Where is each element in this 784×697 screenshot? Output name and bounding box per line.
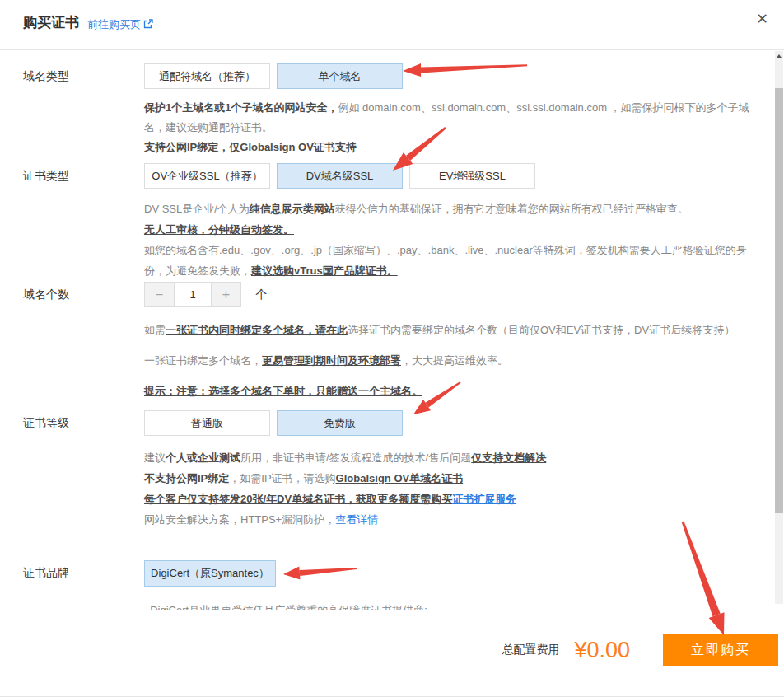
go-to-purchase-page-link[interactable]: 前往购买页 — [87, 17, 153, 32]
domain-count-desc-3: 提示：注意：选择多个域名下单时，只能赠送一个主域名。 — [144, 381, 754, 401]
cert-level-desc-2: 不支持公网IP绑定，如需IP证书，请选购Globalsign OV单域名证书 — [144, 468, 754, 489]
option-brand-digicert[interactable]: DigiCert（原Symantec） — [144, 560, 276, 587]
stepper-unit-label: 个 — [255, 282, 267, 307]
cert-level-desc-4: 网站安全解决方案，HTTPS+漏洞防护，查看详情 — [144, 509, 754, 530]
option-free-edition[interactable]: 免费版 — [277, 410, 403, 436]
domain-count-label: 域名个数 — [23, 282, 144, 401]
domain-count-desc-2: 一张证书绑定多个域名，更易管理到期时间及环境部署，大大提高运维效率。 — [144, 351, 754, 371]
scrollbar-up-arrow-icon — [777, 54, 782, 58]
cert-extension-service-link[interactable]: 证书扩展服务 — [452, 493, 516, 505]
scrollbar-thumb[interactable] — [775, 88, 783, 513]
domain-type-desc-2: 支持公网IP绑定，仅Globalsign OV证书支持 — [144, 138, 754, 157]
option-ov-ssl[interactable]: OV企业级SSL（推荐） — [144, 163, 270, 189]
external-link-icon — [143, 19, 153, 31]
scrollbar-up-button[interactable] — [775, 51, 783, 61]
dialog-header: 购买证书 前往购买页 ✕ — [0, 0, 784, 50]
view-details-link[interactable]: 查看详情 — [335, 513, 378, 526]
cert-type-label: 证书类型 — [23, 163, 144, 281]
stepper-plus-button[interactable]: + — [212, 283, 240, 306]
option-wildcard-domain[interactable]: 通配符域名（推荐） — [144, 63, 270, 89]
total-price-value: ¥0.00 — [574, 638, 630, 663]
dialog-title: 购买证书 — [23, 13, 79, 32]
cert-type-desc-2: 无人工审核，分钟级自动签发。 — [144, 219, 754, 240]
section-cert-level: 证书等级 普通版 免费版 建议个人或企业测试所用，非证书申请/签发流程造成的技术… — [23, 410, 754, 530]
option-standard-edition[interactable]: 普通版 — [144, 410, 270, 436]
option-ev-ssl[interactable]: EV增强级SSL — [409, 163, 535, 189]
domain-count-desc-1: 如需一张证书内同时绑定多个域名，请在此选择证书内需要绑定的域名个数（目前仅OV和… — [144, 320, 754, 340]
buy-certificate-dialog: 购买证书 前往购买页 ✕ 域名类型 通配符域名（推荐） 单个域名 保护 — [0, 0, 784, 697]
total-cost-label: 总配置费用 — [502, 643, 559, 657]
option-dv-ssl[interactable]: DV域名级SSL — [277, 163, 403, 189]
cert-level-desc-3: 每个客户仅支持签发20张/年DV单域名证书，获取更多额度需购买证书扩展服务 — [144, 489, 754, 509]
go-to-purchase-page-label: 前往购买页 — [87, 17, 141, 32]
cert-level-desc-1: 建议个人或企业测试所用，非证书申请/签发流程造成的技术/售后问题仅支持文档解决 — [144, 447, 754, 468]
scrollbar[interactable] — [775, 51, 783, 604]
cert-type-desc-1: DV SSL是企业/个人为纯信息展示类网站获得公信力的基础保证，拥有它才意味着您… — [144, 199, 754, 219]
domain-count-stepper: − + — [144, 282, 241, 307]
section-domain-count: 域名个数 − + 个 如需一张证书内同时绑定多个域名，请在此选择证书内需要绑定的… — [23, 282, 754, 401]
section-cert-type: 证书类型 OV企业级SSL（推荐） DV域名级SSL EV增强级SSL DV S… — [23, 163, 754, 281]
cert-level-label: 证书等级 — [23, 410, 144, 530]
section-domain-type: 域名类型 通配符域名（推荐） 单个域名 保护1个主域名或1个子域名的网站安全，例… — [23, 63, 754, 157]
dialog-footer: 总配置费用 ¥0.00 立即购买 — [0, 610, 784, 696]
stepper-minus-button[interactable]: − — [145, 283, 174, 306]
domain-type-desc-1: 保护1个主域名或1个子域名的网站安全，例如 domain.com、ssl.dom… — [144, 98, 754, 138]
buy-now-button[interactable]: 立即购买 — [663, 634, 778, 666]
option-single-domain[interactable]: 单个域名 — [277, 63, 403, 89]
stepper-value-input[interactable] — [174, 283, 212, 306]
cert-type-desc-3: 如您的域名含有.edu、.gov、.org、.jp（国家缩写）、.pay、.ba… — [144, 240, 754, 281]
close-icon[interactable]: ✕ — [756, 12, 768, 26]
dialog-content: 域名类型 通配符域名（推荐） 单个域名 保护1个主域名或1个子域名的网站安全，例… — [0, 51, 784, 605]
domain-type-label: 域名类型 — [23, 63, 144, 157]
